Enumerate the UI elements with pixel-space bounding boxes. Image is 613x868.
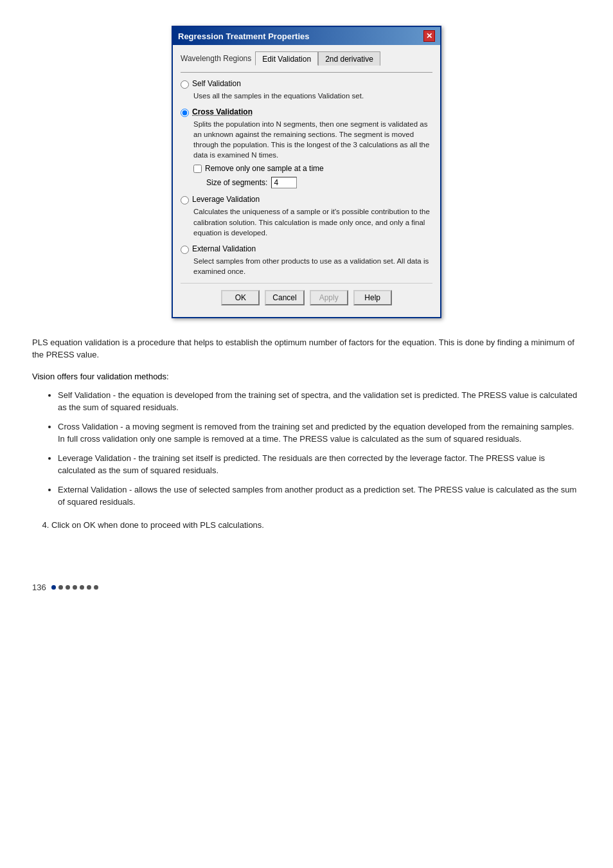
remove-one-sample-row: Remove only one sample at a time	[193, 164, 432, 173]
footer-dot-5	[80, 585, 84, 590]
remove-one-sample-label[interactable]: Remove only one sample at a time	[205, 164, 324, 173]
dialog-titlebar: Regression Treatment Properties ✕	[173, 27, 440, 45]
bullet-leverage: Leverage Validation - the training set i…	[58, 452, 581, 477]
dialog-close-button[interactable]: ✕	[423, 30, 435, 42]
self-validation-radio[interactable]	[181, 80, 189, 89]
bullet-self: Self Validation - the equation is develo…	[58, 389, 581, 414]
self-validation-desc: Uses all the samples in the equations Va…	[193, 91, 432, 101]
vision-offers-heading: Vision offers four validation methods:	[32, 372, 581, 381]
apply-button[interactable]: Apply	[310, 290, 348, 305]
page-number: 136	[32, 583, 46, 592]
footer-dot-6	[87, 585, 91, 590]
dialog-title: Regression Treatment Properties	[178, 32, 309, 41]
footer: 136	[32, 583, 581, 592]
leverage-validation-label[interactable]: Leverage Validation	[192, 195, 260, 204]
self-validation-label[interactable]: Self Validation	[192, 79, 241, 88]
leverage-validation-radio[interactable]	[181, 196, 189, 204]
external-validation-label[interactable]: External Validation	[192, 244, 256, 253]
footer-dot-4	[73, 585, 77, 590]
cross-validation-desc: Splits the population into N segments, t…	[193, 119, 432, 160]
cancel-button[interactable]: Cancel	[265, 290, 304, 305]
help-button[interactable]: Help	[353, 290, 392, 305]
wavelength-regions-tab-label: Wavelength Regions	[181, 51, 251, 66]
intro-paragraph: PLS equation validation is a procedure t…	[32, 336, 581, 361]
cross-validation-label[interactable]: Cross Validation	[192, 107, 253, 116]
bullet-cross: Cross Validation - a moving segment is r…	[58, 420, 581, 446]
numbered-item-1: Click on OK when done to proceed with PL…	[51, 519, 581, 532]
self-validation-group: Self Validation Uses all the samples in …	[181, 79, 432, 101]
external-validation-desc: Select samples from other products to us…	[193, 256, 432, 276]
tab-edit-validation[interactable]: Edit Validation	[255, 51, 318, 66]
segments-input[interactable]	[271, 177, 297, 188]
footer-dot-1	[51, 585, 56, 590]
external-validation-group: External Validation Select samples from …	[181, 244, 432, 276]
leverage-validation-desc: Calculates the uniqueness of a sample or…	[193, 206, 432, 237]
external-validation-radio[interactable]	[181, 246, 189, 254]
footer-dots	[51, 585, 98, 590]
tab-bar: Wavelength Regions Edit Validation 2nd d…	[181, 51, 432, 66]
cross-validation-radio[interactable]	[181, 109, 189, 117]
remove-one-sample-checkbox[interactable]	[193, 165, 202, 173]
tab-2nd-derivative[interactable]: 2nd derivative	[318, 51, 380, 66]
ok-button[interactable]: OK	[221, 290, 260, 305]
dialog-buttons: OK Cancel Apply Help	[181, 283, 432, 311]
validation-bullets: Self Validation - the equation is develo…	[32, 389, 581, 509]
footer-dot-7	[94, 585, 98, 590]
bullet-external: External Validation - allows the use of …	[58, 484, 581, 509]
segments-label: Size of segments:	[206, 178, 267, 187]
regression-dialog: Regression Treatment Properties ✕ Wavele…	[172, 26, 441, 318]
leverage-validation-group: Leverage Validation Calculates the uniqu…	[181, 195, 432, 237]
dialog-body: Wavelength Regions Edit Validation 2nd d…	[173, 45, 440, 317]
tab-content-edit-validation: Self Validation Uses all the samples in …	[181, 72, 432, 311]
cross-validation-group: Cross Validation Splits the population i…	[181, 107, 432, 188]
footer-dot-2	[58, 585, 63, 590]
footer-dot-3	[66, 585, 70, 590]
segments-row: Size of segments:	[206, 177, 432, 188]
numbered-instructions: Click on OK when done to proceed with PL…	[32, 519, 581, 532]
